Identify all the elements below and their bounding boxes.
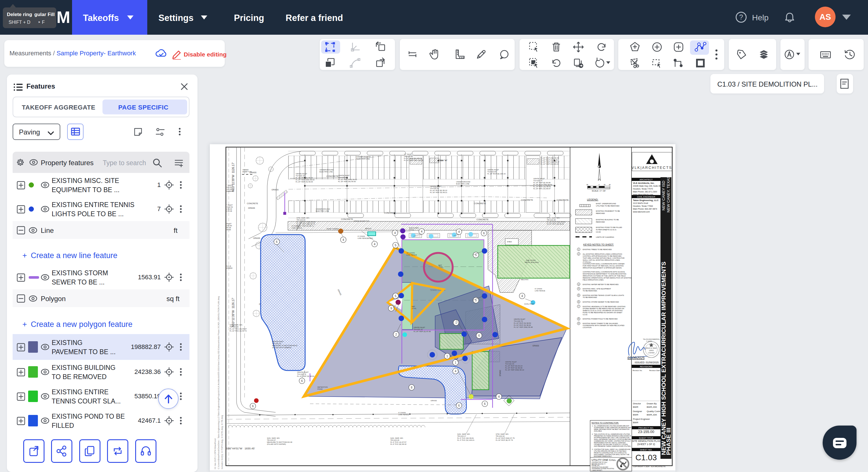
svg-text:6: 6 xyxy=(483,232,485,235)
svg-text:6' CHAIN: 6' CHAIN xyxy=(358,235,365,237)
svg-text:NEW CANEY, TEXAS: NEW CANEY, TEXAS xyxy=(666,176,671,212)
svg-text:STM. SWR. MH.: STM. SWR. MH. xyxy=(297,217,310,219)
svg-text:101.52: 101.52 xyxy=(226,186,232,188)
svg-text:6: 6 xyxy=(276,240,278,243)
svg-text:FL 24" RCP (NE) 99.45: FL 24" RCP (NE) 99.45 xyxy=(540,157,559,159)
svg-text:PROJECT NO.: PROJECT NO. xyxy=(639,427,654,429)
svg-text:LICENSED: LICENSED xyxy=(648,352,655,353)
svg-text:Designer: Designer xyxy=(633,410,642,413)
svg-text:FL 24" RCP (SW) 98.93: FL 24" RCP (SW) 98.93 xyxy=(533,183,552,186)
svg-text:ARCHITECT: ARCHITECT xyxy=(640,178,653,181)
svg-text:GRASS: GRASS xyxy=(431,400,437,401)
svg-text:8: 8 xyxy=(578,318,579,320)
svg-text:(STATEWIDE OUTSIDE HOUSTON): (STATEWIDE OUTSIDE HOUSTON) xyxy=(592,468,614,469)
svg-text:02 Jan 2025 2:15PM BrianReed: 02 Jan 2025 2:15PM BrianReed xyxy=(214,438,216,469)
svg-text:ISSUED: 01/06/2025: ISSUED: 01/06/2025 xyxy=(634,361,659,364)
svg-text:5: 5 xyxy=(395,295,396,298)
svg-text:S86°44'01"W 1830.45': S86°44'01"W 1830.45' xyxy=(226,447,255,450)
svg-text:SHED: SHED xyxy=(507,241,512,243)
svg-text:NEW CANEY HIGH SCHOOL EXTRACUR: NEW CANEY HIGH SCHOOL EXTRACURRICULAR IM… xyxy=(660,262,667,455)
svg-text:BWR: BWR xyxy=(633,406,639,408)
svg-text:FL 15" HDP (SW) 99.37: FL 15" HDP (SW) 99.37 xyxy=(540,161,559,163)
svg-text:REMOVED: REMOVED xyxy=(596,221,605,223)
svg-text:FL 24" HDP (E) 66.88: FL 24" HDP (E) 66.88 xyxy=(533,181,551,183)
svg-text:TG=101.78: TG=101.78 xyxy=(297,373,306,375)
svg-text:FL 24" RCP (W) 98.93: FL 24" RCP (W) 98.93 xyxy=(533,186,551,188)
svg-text:FL 18" HDP (N) 99.21: FL 18" HDP (N) 99.21 xyxy=(430,191,447,193)
svg-text:LOCATION.: LOCATION. xyxy=(583,327,592,328)
svg-text:STM. SWR. MH.: STM. SWR. MH. xyxy=(547,217,560,219)
svg-text:30: 30 xyxy=(609,184,611,186)
svg-text:5: 5 xyxy=(578,294,579,296)
svg-text:GRASS: GRASS xyxy=(532,345,539,347)
svg-text:C1.02.: C1.02. xyxy=(583,314,588,315)
svg-text:FL 3" PVC (N) 100.21: FL 3" PVC (N) 100.21 xyxy=(457,439,474,441)
svg-text:FL 18" HDP (E) 99.23: FL 18" HDP (E) 99.23 xyxy=(296,177,313,179)
svg-text:(TYP): (TYP) xyxy=(412,307,416,309)
svg-text:LINK FENCE: LINK FENCE xyxy=(406,254,417,256)
svg-text:FL 15" HDP (NW) 98.10: FL 15" HDP (NW) 98.10 xyxy=(505,369,524,371)
svg-text:EXISTING HEADWALLS TO BE REMOV: EXISTING HEADWALLS TO BE REMOVED. EXISTI… xyxy=(583,306,626,307)
svg-text:SCALE: 1"= 30': SCALE: 1"= 30' xyxy=(592,190,606,192)
svg-text:TG=101.23: TG=101.23 xyxy=(272,342,281,344)
svg-text:CONCRETE: CONCRETE xyxy=(247,202,258,204)
svg-text:1: 1 xyxy=(455,321,457,324)
svg-text:GRATE INLET: GRATE INLET xyxy=(533,177,545,179)
svg-text:LINK FENCE: LINK FENCE xyxy=(358,237,368,239)
svg-text:EXISTING BAND TOWER TO BE SALV: EXISTING BAND TOWER TO BE SALVAGED. xyxy=(583,323,619,324)
svg-text:(TYP.): (TYP.) xyxy=(409,229,414,231)
svg-text:" INLET: " INLET xyxy=(226,204,233,206)
svg-text:GRATE INLET: GRATE INLET xyxy=(272,340,284,342)
svg-text:REVISIONS: REVISIONS xyxy=(640,365,652,368)
svg-text:EXISTING MISC. SITE EQUIPMENT: EXISTING MISC. SITE EQUIPMENT xyxy=(583,288,611,290)
svg-text:?: ? xyxy=(739,13,743,21)
svg-text:4: 4 xyxy=(455,370,456,373)
svg-text:FL 6" PVC (E) 96.32: FL 6" PVC (E) 96.32 xyxy=(391,443,407,445)
svg-text:SHEET TITLE: SHEET TITLE xyxy=(639,437,653,439)
svg-text:FL 24" RCP (N) 98.50: FL 24" RCP (N) 98.50 xyxy=(514,322,531,324)
svg-text:=99.89: =99.89 xyxy=(226,188,232,190)
svg-text:6: 6 xyxy=(301,379,303,382)
svg-text:MEASURE TO BOTTOM=99.52: MEASURE TO BOTTOM=99.52 xyxy=(272,344,298,346)
svg-text:128933: 128933 xyxy=(649,349,654,351)
svg-text:TG=102.75: TG=102.75 xyxy=(533,179,542,181)
svg-text:FL 24" HDP (S) 97.95: FL 24" HDP (S) 97.95 xyxy=(414,330,431,332)
svg-text:20445 State Hwy 249, Suite 350: 20445 State Hwy 249, Suite 350 xyxy=(633,185,662,187)
svg-text:98.95: 98.95 xyxy=(226,229,231,231)
svg-text:FL 12" HDP (NW) 59.48: FL 12" HDP (NW) 59.48 xyxy=(514,326,533,328)
svg-text:EXISTING TREES TO BE REMOVED.: EXISTING TREES TO BE REMOVED. xyxy=(583,248,612,250)
svg-text:INLET: INLET xyxy=(226,223,231,225)
svg-text:BWR,JDK: BWR,JDK xyxy=(647,406,657,408)
svg-text:FL 24" RCP (S) 99.35: FL 24" RCP (S) 99.35 xyxy=(540,159,558,161)
svg-text:3: 3 xyxy=(578,283,579,285)
svg-text:SHEETS C3.01 & C3.02. HIGHBANK: SHEETS C3.01 & C3.02. HIGHBANK OF EXISTI… xyxy=(583,310,623,311)
svg-text:0: 0 xyxy=(598,184,599,186)
svg-text:METAL BUILDING: METAL BUILDING xyxy=(525,262,539,263)
svg-text:N03°11'39"W 1126.17': N03°11'39"W 1126.17' xyxy=(231,298,235,327)
svg-text:CONCRETE: CONCRETE xyxy=(384,212,396,214)
svg-text:STORM SEWER TO BE REROUTED AS: STORM SEWER TO BE REROUTED AS SHOWN ON xyxy=(583,308,624,309)
svg-text:SITE DEMOLITION PLAN: SITE DEMOLITION PLAN xyxy=(632,440,660,442)
svg-text:TR=103.48: TR=103.48 xyxy=(547,219,556,221)
svg-text:(TYPICAL): (TYPICAL) xyxy=(583,261,591,263)
svg-text:(FILLED WITH DEBRIS): (FILLED WITH DEBRIS) xyxy=(272,346,291,348)
svg-text:TR=103.64: TR=103.64 xyxy=(297,219,305,221)
svg-text:BAND TOWER: BAND TOWER xyxy=(327,228,339,230)
svg-text:GRATE INLET: GRATE INLET xyxy=(414,326,425,328)
svg-text:6' CHAIN: 6' CHAIN xyxy=(398,411,406,413)
svg-text:NEW CANEY ISD: NEW CANEY ISD xyxy=(661,181,665,210)
svg-text:UNDERGROUND: UNDERGROUND xyxy=(319,169,334,171)
svg-text:UNDERGROUND: UNDERGROUND xyxy=(356,156,371,158)
svg-text:Project Engineer: Project Engineer xyxy=(633,418,650,420)
svg-text:LINK FENCE: LINK FENCE xyxy=(398,413,409,415)
svg-text:Houston, Texas 77070: Houston, Texas 77070 xyxy=(633,188,653,190)
svg-text:1: 1 xyxy=(455,361,456,364)
svg-text:CONCRETE: CONCRETE xyxy=(327,175,338,177)
svg-text:102.90: 102.90 xyxy=(226,225,232,227)
svg-text:FL 24" RCP (NW) 97.75: FL 24" RCP (NW) 97.75 xyxy=(496,437,515,439)
svg-text:Director: Director xyxy=(633,402,641,405)
svg-text:(SHEET 1 OF 2): (SHEET 1 OF 2) xyxy=(637,443,655,446)
svg-text:GRATE INLET: GRATE INLET xyxy=(505,361,517,363)
svg-text:GRATE INLET: GRATE INLET xyxy=(487,169,499,171)
svg-text:BLEACHER: BLEACHER xyxy=(409,227,419,229)
